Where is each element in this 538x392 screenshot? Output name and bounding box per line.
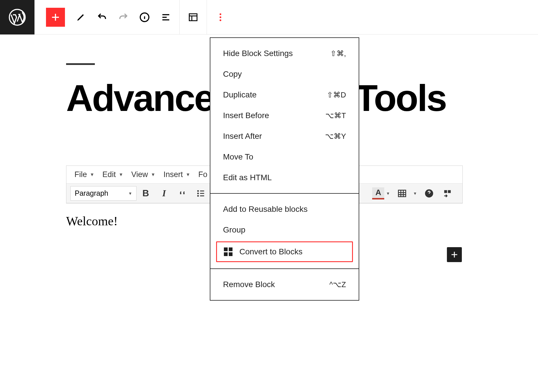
edit-mode-button[interactable]: [71, 7, 91, 27]
menu-item-edit-as-html[interactable]: Edit as HTML: [210, 167, 359, 188]
redo-button[interactable]: [113, 7, 133, 27]
help-button[interactable]: [421, 185, 437, 201]
menu-label: View: [131, 170, 148, 179]
dropdown-section: Hide Block Settings⇧⌘, Copy Duplicate⇧⌘D…: [210, 38, 359, 193]
menu-item-copy[interactable]: Copy: [210, 64, 359, 84]
menu-item-label: Convert to Blocks: [239, 247, 302, 256]
menu-item-label: Hide Block Settings: [223, 49, 293, 58]
menu-item-add-reusable[interactable]: Add to Reusable blocks: [210, 199, 359, 220]
menu-label: File: [74, 170, 87, 179]
text-color-button[interactable]: A: [372, 187, 384, 199]
menu-item-label: Insert After: [223, 132, 262, 141]
svg-rect-9: [398, 190, 406, 197]
toolbar-separator: [207, 0, 207, 34]
svg-point-8: [197, 195, 199, 197]
top-toolbar: [0, 0, 538, 34]
svg-point-7: [197, 193, 199, 194]
svg-point-6: [197, 190, 199, 192]
menu-item-shortcut: ^⌥Z: [329, 280, 346, 289]
toolbar-toggle-button[interactable]: [439, 185, 456, 201]
menu-item-label: Edit as HTML: [223, 173, 272, 182]
floating-add-block-button[interactable]: [447, 247, 462, 262]
menu-item-move-to[interactable]: Move To: [210, 147, 359, 167]
chevron-down-icon: ▼: [119, 172, 123, 177]
chevron-down-icon: ▼: [128, 191, 132, 196]
menu-item-label: Remove Block: [223, 280, 275, 289]
blockquote-button[interactable]: [174, 185, 191, 201]
menu-item-group[interactable]: Group: [210, 220, 359, 240]
italic-button[interactable]: I: [156, 185, 172, 201]
bold-button[interactable]: B: [138, 185, 154, 201]
bullet-list-button[interactable]: [193, 185, 209, 201]
chevron-down-icon[interactable]: ▼: [413, 191, 417, 196]
svg-point-3: [220, 13, 221, 15]
menu-item-shortcut: ⇧⌘D: [327, 91, 346, 99]
select-label: Paragraph: [75, 189, 108, 197]
menu-file[interactable]: File▼: [70, 170, 98, 179]
undo-button[interactable]: [92, 7, 112, 27]
menu-item-label: Copy: [223, 70, 242, 79]
svg-rect-12: [448, 190, 451, 193]
svg-rect-11: [444, 190, 447, 193]
block-options-dropdown: Hide Block Settings⇧⌘, Copy Duplicate⇧⌘D…: [210, 37, 359, 301]
menu-item-shortcut: ⌥⌘T: [325, 111, 346, 120]
table-button[interactable]: [394, 185, 410, 201]
svg-point-4: [220, 16, 221, 18]
menu-label: Edit: [102, 170, 116, 179]
svg-point-5: [220, 19, 221, 21]
menu-item-label: Move To: [223, 152, 253, 162]
add-block-button[interactable]: [46, 8, 65, 27]
title-rule: [66, 63, 95, 65]
info-button[interactable]: [134, 7, 155, 27]
menu-item-duplicate[interactable]: Duplicate⇧⌘D: [210, 84, 359, 105]
menu-item-label: Add to Reusable blocks: [223, 205, 308, 214]
toolbar-separator: [179, 0, 180, 34]
menu-label: Fo: [198, 170, 207, 179]
menu-item-insert-after[interactable]: Insert After⌥⌘Y: [210, 126, 359, 147]
dropdown-section: Add to Reusable blocks Group Convert to …: [210, 193, 359, 268]
blocks-icon: [224, 247, 233, 256]
menu-item-insert-before[interactable]: Insert Before⌥⌘T: [210, 105, 359, 126]
menu-item-label: Duplicate: [223, 90, 257, 99]
outline-button[interactable]: [156, 7, 176, 27]
menu-item-shortcut: ⌥⌘Y: [325, 132, 346, 141]
menu-item-remove-block[interactable]: Remove Block^⌥Z: [210, 274, 359, 295]
more-options-button[interactable]: [210, 7, 230, 27]
chevron-down-icon: ▼: [151, 172, 155, 177]
chevron-down-icon: ▼: [90, 172, 95, 177]
menu-edit[interactable]: Edit▼: [98, 170, 127, 179]
chevron-down-icon[interactable]: ▼: [386, 191, 390, 196]
menu-item-hide-block-settings[interactable]: Hide Block Settings⇧⌘,: [210, 43, 359, 64]
menu-label: Insert: [164, 170, 183, 179]
block-type-button[interactable]: [183, 7, 203, 27]
menu-insert[interactable]: Insert▼: [160, 170, 194, 179]
chevron-down-icon: ▼: [186, 172, 190, 177]
menu-item-shortcut: ⇧⌘,: [330, 49, 346, 58]
menu-format[interactable]: Fo: [194, 170, 212, 179]
paragraph-format-select[interactable]: Paragraph▼: [70, 186, 137, 201]
wordpress-logo[interactable]: [0, 0, 34, 34]
menu-view[interactable]: View▼: [127, 170, 160, 179]
svg-rect-2: [189, 14, 197, 21]
menu-item-label: Insert Before: [223, 111, 269, 120]
menu-item-label: Group: [223, 225, 245, 235]
menu-item-convert-to-blocks[interactable]: Convert to Blocks: [216, 241, 353, 262]
dropdown-section: Remove Block^⌥Z: [210, 268, 359, 300]
